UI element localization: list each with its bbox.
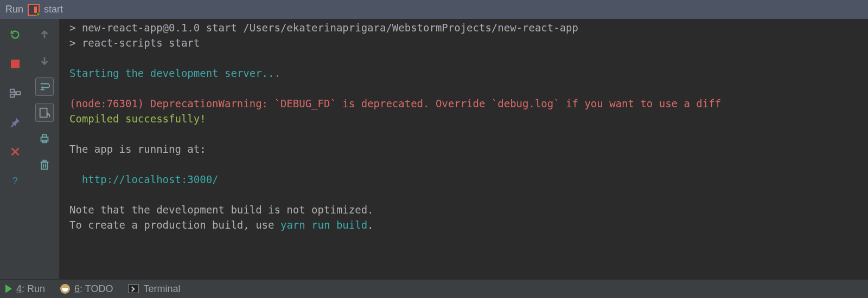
soft-wrap-button[interactable] bbox=[35, 77, 54, 96]
run-tool-title-bar: Run start bbox=[0, 0, 868, 19]
run-tab-mnemonic: 4 bbox=[16, 283, 22, 294]
svg-rect-1 bbox=[10, 94, 14, 98]
tool-tab-run[interactable]: 4: Run bbox=[5, 283, 45, 295]
help-button[interactable]: ? bbox=[6, 172, 24, 190]
svg-rect-0 bbox=[10, 89, 14, 93]
clear-all-button[interactable] bbox=[35, 156, 54, 174]
console-line-build-cmd: yarn run build bbox=[280, 219, 367, 231]
console-output[interactable]: > new-react-app@0.1.0 start /Users/ekate… bbox=[60, 19, 868, 279]
play-icon bbox=[5, 284, 12, 293]
run-config-name: start bbox=[44, 4, 63, 15]
pin-button[interactable] bbox=[6, 113, 24, 132]
stop-button[interactable] bbox=[6, 55, 24, 73]
run-toolbar-secondary bbox=[30, 19, 60, 279]
terminal-icon bbox=[128, 284, 139, 293]
console-line-note2c: . bbox=[367, 219, 373, 231]
run-tab-label: : Run bbox=[22, 283, 45, 294]
svg-text:?: ? bbox=[12, 175, 17, 186]
console-line-note2a: To create a production build, use bbox=[69, 219, 280, 231]
run-tool-main: ? > new-react-app@0.1.0 start /Users/eka… bbox=[0, 19, 868, 279]
tool-tab-todo[interactable]: 6: TODO bbox=[60, 283, 113, 295]
print-button[interactable] bbox=[35, 129, 54, 148]
scroll-up-button[interactable] bbox=[35, 25, 54, 44]
todo-tab-label: : TODO bbox=[80, 283, 113, 294]
svg-rect-10 bbox=[42, 135, 46, 138]
svg-rect-2 bbox=[16, 92, 20, 95]
console-line-url[interactable]: http://localhost:3000/ bbox=[69, 173, 219, 185]
status-bar: 4: Run 6: TODO Terminal bbox=[0, 279, 868, 298]
terminal-tab-label: Terminal bbox=[143, 283, 180, 295]
run-toolbar-primary: ? bbox=[0, 19, 30, 279]
scroll-down-button[interactable] bbox=[35, 51, 54, 70]
console-line-warning: (node:76301) DeprecationWarning: `DEBUG_… bbox=[69, 98, 721, 109]
tool-name: Run bbox=[5, 4, 23, 15]
dump-threads-button[interactable] bbox=[6, 84, 24, 102]
npm-run-config-icon bbox=[28, 4, 40, 16]
svg-rect-12 bbox=[42, 162, 48, 169]
console-line-compiled: Compiled successfully! bbox=[69, 113, 206, 125]
rerun-button[interactable] bbox=[6, 25, 24, 44]
todo-tab-mnemonic: 6 bbox=[74, 283, 80, 294]
console-line-cutoff: > new-react-app@0.1.0 start /Users/ekate… bbox=[69, 22, 578, 34]
todo-icon bbox=[60, 284, 70, 294]
console-line-running-at: The app is running at: bbox=[69, 143, 206, 155]
console-line-command: > react-scripts start bbox=[69, 37, 200, 49]
svg-rect-16 bbox=[43, 160, 46, 162]
stop-icon bbox=[11, 60, 20, 68]
scroll-to-end-button[interactable] bbox=[35, 103, 54, 122]
console-line-starting: Starting the development server... bbox=[69, 67, 280, 79]
close-button[interactable] bbox=[6, 142, 24, 161]
console-line-note1: Note that the development build is not o… bbox=[69, 204, 374, 216]
svg-rect-8 bbox=[40, 108, 47, 118]
tool-tab-terminal[interactable]: Terminal bbox=[128, 283, 180, 295]
